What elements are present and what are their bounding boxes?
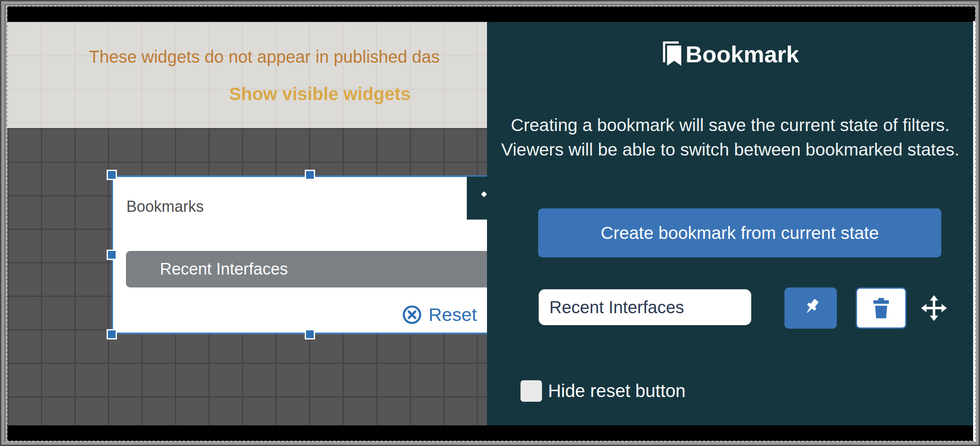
pin-bookmark-button[interactable]: [784, 287, 837, 329]
bookmark-item-label: Recent Interfaces: [160, 260, 288, 278]
panel-title-row: Bookmark: [487, 41, 974, 67]
reset-label: Reset: [429, 304, 477, 325]
selection-handle-bottom-left[interactable]: [107, 329, 117, 339]
right-scroll-strip[interactable]: [973, 21, 975, 441]
bookmark-panel: Bookmark Creating a bookmark will save t…: [487, 22, 974, 425]
bookmark-icon: [662, 41, 684, 67]
move-widget-handle[interactable]: [920, 294, 948, 322]
panel-title: Bookmark: [686, 41, 799, 67]
pin-icon: [799, 296, 822, 320]
bookmark-name-input[interactable]: [539, 289, 751, 325]
circle-x-icon: [402, 305, 422, 325]
bookmark-item-button[interactable]: Recent Interfaces: [126, 251, 500, 287]
top-black-bar: [7, 6, 975, 22]
trash-icon: [870, 296, 892, 320]
bottom-black-bar: [7, 425, 975, 441]
hide-reset-label: Hide reset button: [548, 381, 686, 401]
reset-button[interactable]: Reset: [402, 304, 477, 325]
selection-handle-bottom-middle[interactable]: [305, 329, 315, 339]
panel-description: Creating a bookmark will save the curren…: [496, 113, 965, 162]
hide-reset-checkbox[interactable]: [521, 380, 542, 402]
bookmarks-widget-card[interactable]: Bookmarks Recent Interfaces Reset: [112, 175, 511, 334]
widget-title: Bookmarks: [126, 198, 204, 216]
create-bookmark-button[interactable]: Create bookmark from current state: [538, 208, 941, 257]
banner-warning-text: These widgets do not appear in published…: [89, 47, 440, 67]
delete-bookmark-button[interactable]: [856, 287, 906, 329]
screen: These widgets do not appear in published…: [7, 6, 975, 441]
selection-handle-top-left[interactable]: [107, 170, 117, 180]
move-icon: [921, 295, 947, 321]
window-frame: These widgets do not appear in published…: [0, 0, 980, 446]
selection-handle-top-middle[interactable]: [305, 170, 315, 180]
hide-reset-row: Hide reset button: [521, 380, 686, 402]
popover-pointer-mark: [481, 191, 487, 197]
selection-handle-middle-left[interactable]: [107, 250, 117, 260]
show-visible-widgets-link[interactable]: Show visible widgets: [229, 84, 410, 104]
